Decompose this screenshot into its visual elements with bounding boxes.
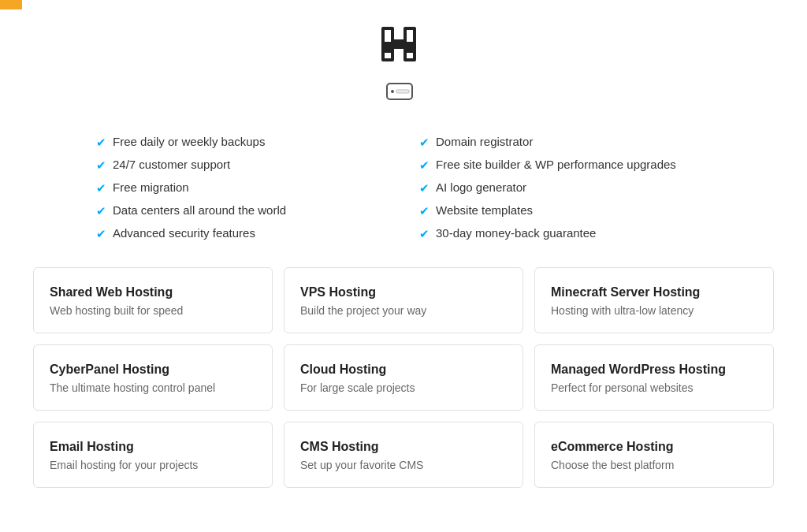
- hosting-card-title-2: Minecraft Server Hosting: [551, 285, 757, 299]
- feature-item-left-2: ✔Free migration: [96, 177, 388, 199]
- header: [0, 0, 807, 131]
- hosting-card-title-1: VPS Hosting: [300, 285, 507, 299]
- svg-rect-9: [396, 90, 409, 93]
- hosting-card-title-3: CyberPanel Hosting: [50, 363, 256, 377]
- tagline-icon: [385, 77, 414, 106]
- feature-text: 24/7 customer support: [113, 158, 230, 171]
- hosting-card-subtitle-2: Hosting with ultra-low latency: [551, 304, 757, 317]
- hosting-card-title-7: CMS Hosting: [300, 440, 507, 454]
- logo-area: [16, 24, 791, 65]
- features-right-col: ✔Domain registrator✔Free site builder & …: [419, 131, 711, 245]
- hosting-card-subtitle-1: Build the project your way: [300, 304, 507, 317]
- feature-item-right-3: ✔Website templates: [419, 199, 711, 222]
- hosting-card-1[interactable]: VPS Hosting Build the project your way: [284, 267, 523, 333]
- hosting-card-title-6: Email Hosting: [50, 440, 256, 454]
- check-icon: ✔: [419, 136, 430, 150]
- hosting-card-3[interactable]: CyberPanel Hosting The ultimate hosting …: [33, 344, 273, 411]
- hosting-card-subtitle-3: The ultimate hosting control panel: [50, 381, 256, 394]
- logo-icon: [378, 24, 419, 65]
- hosting-card-4[interactable]: Cloud Hosting For large scale projects: [284, 344, 523, 411]
- hosting-card-subtitle-5: Perfect for personal websites: [551, 381, 757, 394]
- tagline: [16, 77, 791, 106]
- feature-item-left-0: ✔Free daily or weekly backups: [96, 131, 388, 154]
- check-icon: ✔: [96, 204, 106, 218]
- feature-text: AI logo generator: [436, 180, 526, 194]
- check-icon: ✔: [419, 181, 430, 195]
- svg-point-8: [391, 90, 394, 93]
- feature-text: Data centers all around the world: [113, 203, 286, 217]
- check-icon: ✔: [96, 227, 106, 241]
- hosting-card-subtitle-0: Web hosting built for speed: [50, 304, 256, 317]
- check-icon: ✔: [419, 227, 430, 241]
- svg-rect-5: [407, 30, 413, 42]
- hosting-card-subtitle-6: Email hosting for your projects: [50, 459, 256, 471]
- hosting-card-6[interactable]: Email Hosting Email hosting for your pro…: [33, 422, 273, 488]
- feature-item-right-1: ✔Free site builder & WP performance upgr…: [419, 154, 711, 177]
- check-icon: ✔: [419, 204, 430, 218]
- hosting-card-5[interactable]: Managed WordPress Hosting Perfect for pe…: [534, 344, 774, 411]
- svg-rect-4: [385, 53, 391, 58]
- hosting-card-subtitle-7: Set up your favorite CMS: [300, 459, 507, 471]
- feature-text: 30-day money-back guarantee: [436, 226, 596, 240]
- check-icon: ✔: [96, 181, 106, 195]
- check-icon: ✔: [419, 158, 430, 173]
- features-section: ✔Free daily or weekly backups✔24/7 custo…: [65, 131, 742, 245]
- hosting-card-subtitle-4: For large scale projects: [300, 381, 507, 394]
- feature-text: Free daily or weekly backups: [113, 135, 265, 148]
- svg-rect-3: [385, 30, 391, 42]
- feature-item-right-0: ✔Domain registrator: [419, 131, 711, 154]
- svg-rect-6: [407, 53, 413, 58]
- hosting-card-title-4: Cloud Hosting: [300, 363, 507, 377]
- feature-text: Free migration: [113, 180, 189, 194]
- features-left-col: ✔Free daily or weekly backups✔24/7 custo…: [96, 131, 388, 245]
- hosting-card-0[interactable]: Shared Web Hosting Web hosting built for…: [33, 267, 273, 333]
- check-icon: ✔: [96, 136, 106, 150]
- top-banner[interactable]: [0, 0, 22, 9]
- feature-text: Website templates: [436, 203, 533, 217]
- hosting-card-7[interactable]: CMS Hosting Set up your favorite CMS: [284, 422, 523, 488]
- feature-text: Free site builder & WP performance upgra…: [436, 158, 676, 171]
- feature-text: Advanced security features: [113, 226, 255, 240]
- feature-text: Domain registrator: [436, 135, 533, 148]
- hosting-card-2[interactable]: Minecraft Server Hosting Hosting with ul…: [534, 267, 774, 333]
- hosting-card-title-5: Managed WordPress Hosting: [551, 363, 757, 377]
- feature-item-left-4: ✔Advanced security features: [96, 222, 388, 245]
- feature-item-right-4: ✔30-day money-back guarantee: [419, 222, 711, 245]
- hosting-card-8[interactable]: eCommerce Hosting Choose the best platfo…: [534, 422, 774, 488]
- check-icon: ✔: [96, 158, 106, 173]
- hosting-card-title-8: eCommerce Hosting: [551, 440, 757, 454]
- hosting-card-subtitle-8: Choose the best platform: [551, 459, 757, 471]
- hosting-grid: Shared Web Hosting Web hosting built for…: [17, 267, 790, 512]
- hosting-card-title-0: Shared Web Hosting: [50, 285, 256, 299]
- feature-item-left-1: ✔24/7 customer support: [96, 154, 388, 177]
- feature-item-left-3: ✔Data centers all around the world: [96, 199, 388, 222]
- feature-item-right-2: ✔AI logo generator: [419, 177, 711, 199]
